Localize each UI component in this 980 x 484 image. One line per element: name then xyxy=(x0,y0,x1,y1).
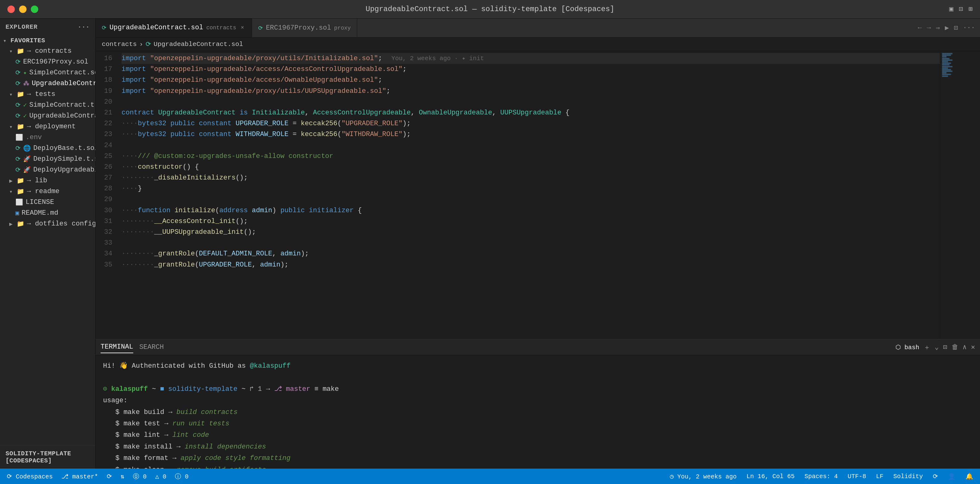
sidebar-item-readme-folder[interactable]: ▾ 📁 → readme xyxy=(0,186,95,197)
sol-icon: ⟳ xyxy=(16,144,21,152)
status-remote[interactable]: ⇅ xyxy=(119,472,126,481)
sidebar-item-deployupgradeable[interactable]: ⟳ 🚀 DeployUpgradeable.t.sol xyxy=(0,164,95,175)
terminal-tab-right: ⬡ bash ＋ ⌄ ⊡ 🗑 ∧ ✕ xyxy=(896,343,975,352)
terminal-add-icon[interactable]: ＋ xyxy=(924,343,930,352)
run-icon[interactable]: ▶ xyxy=(945,24,949,32)
sidebar-more-icon[interactable]: ··· xyxy=(78,24,90,30)
chevron-right-icon: ▶ xyxy=(9,221,16,227)
folder-icon: 📁 xyxy=(17,47,24,55)
go-forward-icon[interactable]: → xyxy=(927,24,931,32)
sidebar-item-simplecontract[interactable]: ⟳ ✦ SimpleContract.sol xyxy=(0,67,95,78)
sidebar-item-contracts-folder[interactable]: ▾ 📁 → contracts xyxy=(0,46,95,56)
main-area: EXPLORER ··· ▾ FAVORITES ▾ 📁 → contracts… xyxy=(0,19,980,468)
breadcrumb-contracts[interactable]: contracts xyxy=(102,41,137,48)
layout-icon-3[interactable]: ⊞ xyxy=(969,5,973,13)
chevron-down-icon: ▾ xyxy=(3,37,9,44)
terminal-tab-search[interactable]: SEARCH xyxy=(139,341,164,353)
terminal-line-make-build: $ make build → build contracts xyxy=(103,407,973,418)
layout-icon-1[interactable]: ▣ xyxy=(949,5,953,13)
status-spaces[interactable]: Spaces: 4 xyxy=(803,472,840,481)
terminal-trash-icon[interactable]: 🗑 xyxy=(951,343,958,351)
go-back-icon[interactable]: ← xyxy=(918,24,922,32)
git-blame: You, 2 weeks ago · ✦ init xyxy=(391,54,484,64)
status-warnings[interactable]: △ 0 xyxy=(153,472,168,481)
sidebar-item-favorites[interactable]: ▾ FAVORITES xyxy=(0,35,95,46)
editor-area: ⟳ UpgradeableContract.sol contracts × ⟳ … xyxy=(95,19,980,468)
readme-folder-label: → readme xyxy=(27,188,59,195)
tab-sublabel: contracts xyxy=(206,25,236,31)
terminal-line-usage: usage: xyxy=(103,395,973,406)
sidebar-item-simpletest[interactable]: ⟳ ✓ SimpleContract.t.sol xyxy=(0,100,95,110)
status-position[interactable]: Ln 16, Col 65 xyxy=(745,472,797,481)
sidebar-item-deploysimple[interactable]: ⟳ 🚀 DeploySimple.t.sol xyxy=(0,154,95,164)
tab-close-icon[interactable]: × xyxy=(239,25,245,31)
sidebar-item-tests-folder[interactable]: ▾ 📁 → tests xyxy=(0,89,95,100)
dotfiles-folder-label: → dotfiles config xyxy=(27,220,95,228)
sidebar-item-erc1967[interactable]: ⟳ ERC1967Proxy.sol xyxy=(0,56,95,67)
sidebar: EXPLORER ··· ▾ FAVORITES ▾ 📁 → contracts… xyxy=(0,19,95,468)
terminal-line-prompt: ⊙ kalaspuff ~ ■ solidity-template ~ ↱ 1 … xyxy=(103,384,973,395)
status-person-icon[interactable]: 👤 xyxy=(946,472,958,481)
chevron-right-icon: ▶ xyxy=(9,177,16,184)
terminal-line-make-format: $ make format → apply code style formatt… xyxy=(103,452,973,464)
sol-icon: ⟳ xyxy=(16,58,21,66)
sidebar-item-env[interactable]: ⬜ .env xyxy=(0,132,95,143)
titlebar: UpgradeableContract.sol — solidity-templ… xyxy=(0,0,980,19)
code-line-21: contract UpgradeableContract is Initiali… xyxy=(121,107,940,118)
sidebar-bottom-section: SOLIDITY-TEMPLATE [CODESPACES] xyxy=(0,446,95,468)
code-line-20 xyxy=(121,97,940,107)
status-errors[interactable]: ⓪ 0 xyxy=(131,472,148,481)
line-numbers: 16 17 18 19 20 21 22 23 24 25 26 27 28 2… xyxy=(95,51,117,339)
chevron-down-icon: ▾ xyxy=(9,91,16,98)
maximize-button[interactable] xyxy=(31,6,38,13)
go-next-icon[interactable]: ⇒ xyxy=(936,24,940,32)
sidebar-item-lib-folder[interactable]: ▶ 📁 → lib xyxy=(0,175,95,186)
terminal-panel-icon[interactable]: ⊡ xyxy=(943,343,947,351)
minimize-button[interactable] xyxy=(19,6,27,13)
window-title: UpgradeableContract.sol — solidity-templ… xyxy=(366,5,614,13)
code-content[interactable]: import "openzeppelin-upgradeable/proxy/u… xyxy=(117,51,940,339)
breadcrumb-filename[interactable]: UpgradeableContract.sol xyxy=(154,41,243,48)
terminal-content[interactable]: Hi! 👋 Authenticated with GitHub as @kala… xyxy=(95,355,980,468)
lib-folder-label: → lib xyxy=(27,177,47,185)
code-line-22: ····bytes32 public constant UPGRADER_ROL… xyxy=(121,118,940,129)
sidebar-item-license[interactable]: ⬜ LICENSE xyxy=(0,197,95,208)
code-line-26: ····constructor() { xyxy=(121,162,940,172)
status-info[interactable]: ⓘ 0 xyxy=(173,472,190,481)
code-line-16: import "openzeppelin-upgradeable/proxy/u… xyxy=(121,53,940,64)
tab-upgradeablecontract[interactable]: ⟳ UpgradeableContract.sol contracts × xyxy=(95,19,252,37)
status-language[interactable]: Solidity xyxy=(891,472,925,481)
close-button[interactable] xyxy=(7,6,15,13)
status-eol[interactable]: LF xyxy=(874,472,885,481)
terminal-minimize-icon[interactable]: ∧ xyxy=(963,343,967,351)
tab-erc1967[interactable]: ⟳ ERC1967Proxy.sol proxy xyxy=(252,19,357,37)
status-sync[interactable]: ⟳ xyxy=(105,472,114,481)
window-controls[interactable] xyxy=(7,6,38,13)
status-codespaces[interactable]: ⟳ Codespaces xyxy=(5,472,55,481)
sidebar-item-dotfiles-folder[interactable]: ▶ 📁 → dotfiles config xyxy=(0,218,95,229)
contracts-folder-label: → contracts xyxy=(27,47,72,55)
tab-upgradeablecontract-label: UpgradeableContract.sol xyxy=(110,24,203,32)
tab-bar-actions: ← → ⇒ ▶ ⊡ ··· xyxy=(913,19,980,37)
split-editor-icon[interactable]: ⊡ xyxy=(954,24,958,32)
status-blame[interactable]: ◷ You, 2 weeks ago xyxy=(668,472,738,481)
sidebar-item-upgradeabletest[interactable]: ⟳ ✓ UpgradeableContract.t.sol xyxy=(0,110,95,121)
code-line-29 xyxy=(121,194,940,205)
terminal-line-make-lint: $ make lint → lint code xyxy=(103,430,973,441)
more-actions-icon[interactable]: ··· xyxy=(963,24,975,32)
sidebar-item-deploybase[interactable]: ⟳ 🌐 DeployBase.t.sol xyxy=(0,143,95,154)
terminal-split-icon[interactable]: ⌄ xyxy=(935,343,939,351)
status-branch[interactable]: ⎇ master* xyxy=(59,472,100,481)
layout-icon-2[interactable]: ⊡ xyxy=(959,5,963,13)
terminal-close-icon[interactable]: ✕ xyxy=(971,343,975,351)
sidebar-item-readme[interactable]: ▣ README.md xyxy=(0,208,95,218)
status-sync-icon[interactable]: ⟳ xyxy=(931,472,940,481)
sidebar-item-upgradeablecontract[interactable]: ⟳ ⁂ UpgradeableContract.sol xyxy=(0,78,95,89)
sol-icon: ⟳ xyxy=(16,112,21,120)
sidebar-item-deployment-folder[interactable]: ▾ 📁 → deployment xyxy=(0,121,95,132)
terminal-tab-terminal[interactable]: TERMINAL xyxy=(100,341,133,353)
folder-icon: 📁 xyxy=(17,123,24,131)
code-line-28: ····} xyxy=(121,183,940,194)
status-bell-icon[interactable]: 🔔 xyxy=(964,472,975,481)
status-encoding[interactable]: UTF-8 xyxy=(846,472,868,481)
